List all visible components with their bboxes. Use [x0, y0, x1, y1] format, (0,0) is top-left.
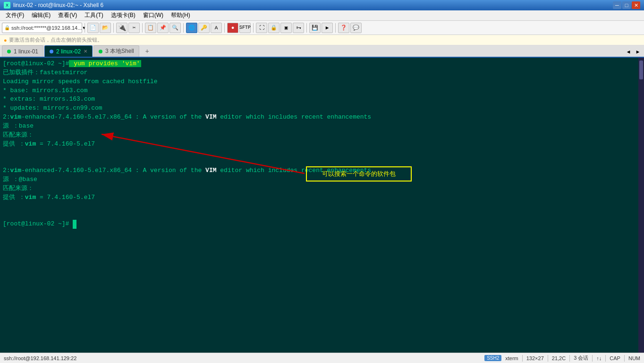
- toolbar-sftp-btn[interactable]: SFTP: [239, 23, 251, 33]
- toolbar-key2-btn[interactable]: 🗝: [293, 23, 304, 33]
- terminal-wrapper: [root@linux-02 ~]# yum provides 'vim' 已加…: [0, 58, 644, 353]
- terminal-blank1: [3, 148, 636, 157]
- terminal-line-src3: 提供 ：vim = 7.4.160-5.el7: [3, 140, 636, 149]
- status-sep5: [605, 355, 606, 362]
- toolbar-key-btn[interactable]: 🔑: [198, 23, 210, 33]
- terminal-line-4: * base: mirrors.163.com: [3, 86, 636, 95]
- tab-dot-3: [99, 50, 102, 53]
- window-title: linux-02 - root@linux-02:~ - Xshell 6: [13, 2, 103, 9]
- menu-view[interactable]: 查看(V): [54, 10, 81, 20]
- title-bar: X linux-02 - root@linux-02:~ - Xshell 6 …: [0, 0, 644, 10]
- toolbar-new-btn[interactable]: 📄: [87, 23, 99, 33]
- toolbar-rec-btn[interactable]: ▶: [322, 23, 333, 33]
- toolbar-separator3: [142, 23, 143, 33]
- toolbar-find-btn[interactable]: 🔍: [169, 23, 181, 33]
- terminal-blank2: [3, 157, 636, 166]
- close-button[interactable]: ✕: [632, 1, 640, 9]
- tab-label-1: 1 linux-01: [14, 48, 38, 55]
- app-icon: X: [4, 2, 10, 9]
- terminal-line-result1: 2:vim-enhanced-7.4.160-5.el7.x86_64 : A …: [3, 113, 636, 122]
- status-sep4: [592, 355, 593, 362]
- line-3-text: Loading mirror speeds from cached hostfi…: [3, 78, 158, 85]
- status-size: 132×27: [526, 355, 544, 361]
- menu-edit[interactable]: 编辑(E): [28, 10, 54, 20]
- ssh-badge: SSH2: [484, 355, 501, 361]
- tab-close-2[interactable]: ✕: [84, 49, 87, 54]
- connection-combo[interactable]: 🔒 ssh://root:******@192.168.14... ▼: [2, 23, 82, 33]
- toolbar-disc-btn[interactable]: ✂: [128, 23, 140, 33]
- toolbar-conn-btn[interactable]: 🔌: [116, 23, 127, 33]
- toolbar-expand-btn[interactable]: ⛶: [256, 23, 267, 33]
- toolbar-copy-btn[interactable]: 📋: [145, 23, 156, 33]
- terminal-line-5: * extras: mirrors.163.com: [3, 95, 636, 104]
- terminal-line-src5: 匹配来源：: [3, 184, 636, 193]
- command-highlight: yum provides 'vim': [69, 60, 141, 67]
- toolbar-globe-btn[interactable]: 🌐: [186, 23, 197, 33]
- tab-local-shell[interactable]: 3 本地Shell: [93, 45, 139, 57]
- toolbar-separator4: [183, 23, 184, 33]
- menu-tabs[interactable]: 选项卡(B): [107, 10, 139, 20]
- status-sep6: [624, 355, 625, 362]
- scrollbar-thumb[interactable]: [639, 60, 643, 79]
- toolbar-save-btn[interactable]: 💾: [309, 23, 321, 33]
- toolbar-separator: [85, 23, 85, 33]
- tab-add-button[interactable]: +: [142, 46, 153, 57]
- terminal-line-src1: 源 ：base: [3, 122, 636, 131]
- toolbar-paste-btn[interactable]: 📌: [157, 23, 169, 33]
- toolbar-open-btn[interactable]: 📂: [100, 23, 111, 33]
- tab-linux02[interactable]: 2 linux-02 ✕: [44, 45, 93, 57]
- cursor: [73, 220, 76, 229]
- session-hint-bar: ● 要激活当前会话，点击左侧的箭头按钮。: [0, 35, 644, 45]
- menu-bar: 文件(F) 编辑(E) 查看(V) 工具(T) 选项卡(B) 窗口(W) 帮助(…: [0, 10, 644, 21]
- window-controls: ─ □ ✕: [613, 1, 640, 9]
- maximize-button[interactable]: □: [622, 1, 631, 9]
- status-sep2: [548, 355, 548, 362]
- terminal-line-src4: 源 ：@base: [3, 175, 636, 184]
- tabs-nav: ◀ ▶: [624, 46, 642, 57]
- status-connection: ssh://root@192.168.141.129:22: [4, 355, 480, 361]
- terminal-line-result2: 2:vim-enhanced-7.4.160-5.el7.x86_64 : A …: [3, 166, 636, 175]
- menu-file[interactable]: 文件(F): [2, 10, 28, 20]
- terminal[interactable]: [root@linux-02 ~]# yum provides 'vim' 已加…: [0, 58, 638, 353]
- toolbar: 🔒 ssh://root:******@192.168.14... ▼ 📄 📂 …: [0, 21, 644, 35]
- toolbar-lock-btn[interactable]: 🔒: [268, 23, 280, 33]
- terminal-line-src2: 匹配来源：: [3, 131, 636, 140]
- toolbar-separator2: [113, 23, 114, 33]
- toolbar-red-btn[interactable]: ●: [227, 23, 238, 33]
- toolbar-separator5: [224, 23, 225, 33]
- tab-linux01[interactable]: 1 linux-01: [2, 45, 43, 57]
- status-right: SSH2 xterm 132×27 21,2C 3 会话 ↑↓ CAP NUM: [484, 354, 640, 362]
- toolbar-separator8: [335, 23, 336, 33]
- status-cap: CAP: [610, 355, 620, 361]
- line-2-text: 已加载插件：fastestmirror: [3, 69, 87, 76]
- menu-tools[interactable]: 工具(T): [81, 10, 107, 20]
- status-xterm: xterm: [505, 355, 518, 361]
- toolbar-separator7: [306, 23, 307, 33]
- status-num: NUM: [628, 355, 640, 361]
- tab-dot-1: [7, 50, 11, 53]
- status-arrows: ↑↓: [596, 355, 602, 361]
- terminal-final-prompt: [root@linux-02 ~]#: [3, 220, 636, 229]
- menu-help[interactable]: 帮助(H): [167, 10, 194, 20]
- terminal-line-prompt: [root@linux-02 ~]# yum provides 'vim': [3, 60, 636, 69]
- status-sep1: [522, 355, 523, 362]
- hint-icon: ●: [4, 37, 7, 43]
- toolbar-term-btn[interactable]: ▣: [280, 23, 292, 33]
- tabs-nav-left[interactable]: ◀: [624, 46, 633, 57]
- toolbar-font-btn[interactable]: A: [211, 23, 222, 33]
- toolbar-separator6: [253, 23, 254, 33]
- terminal-blank4: [3, 211, 636, 220]
- combo-arrow-icon[interactable]: ▼: [82, 26, 86, 30]
- status-bar: ssh://root@192.168.141.129:22 SSH2 xterm…: [0, 353, 644, 363]
- session-hint-text: 要激活当前会话，点击左侧的箭头按钮。: [9, 36, 102, 43]
- tab-label-3: 3 本地Shell: [105, 47, 134, 55]
- toolbar-chat-btn[interactable]: 💬: [350, 23, 362, 33]
- toolbar-help-btn[interactable]: ❓: [338, 23, 349, 33]
- connection-text: ssh://root:******@192.168.14...: [11, 25, 82, 31]
- terminal-content: [root@linux-02 ~]# yum provides 'vim' 已加…: [3, 60, 636, 229]
- tab-dot-2: [50, 50, 53, 53]
- tabs-nav-right[interactable]: ▶: [634, 46, 642, 57]
- menu-window[interactable]: 窗口(W): [139, 10, 167, 20]
- minimize-button[interactable]: ─: [613, 1, 621, 9]
- vertical-scrollbar[interactable]: [638, 58, 644, 353]
